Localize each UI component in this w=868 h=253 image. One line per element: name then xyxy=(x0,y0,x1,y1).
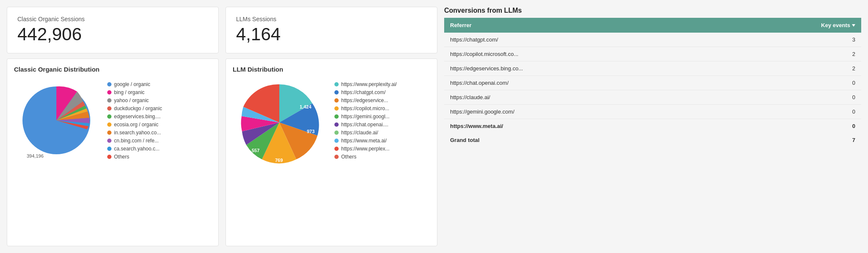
legend-item: duckduckgo / organic xyxy=(107,106,162,111)
llm-sessions-value: 4,164 xyxy=(236,24,427,44)
referrer-cell: https://www.meta.ai/ xyxy=(444,119,715,133)
legend-dot xyxy=(107,98,111,103)
legend-item: https://www.perplex... xyxy=(334,146,397,152)
legend-label: https://www.perplexity.ai/ xyxy=(341,81,397,87)
conversions-panel: Conversions from LLMs Referrer Key event… xyxy=(444,7,861,246)
classic-chart-legend: google / organicbing / organicyahoo / or… xyxy=(107,81,162,160)
legend-item: in.search.yahoo.co... xyxy=(107,130,162,136)
legend-item: https://copilot.micro... xyxy=(334,106,397,111)
legend-item: https://edgeservice... xyxy=(334,97,397,103)
legend-dot xyxy=(334,147,339,151)
legend-label: in.search.yahoo.co... xyxy=(114,130,161,136)
legend-dot xyxy=(334,106,339,111)
legend-label: https://chat.openai.... xyxy=(341,122,388,128)
legend-dot xyxy=(107,82,111,86)
table-row: https://chatgpt.com/3 xyxy=(444,33,861,47)
classic-organic-chart-card: Classic Organic Distribution xyxy=(7,58,219,246)
sort-arrow-icon xyxy=(852,24,855,27)
legend-item: https://chat.openai.... xyxy=(334,122,397,128)
legend-label: bing / organic xyxy=(114,89,145,95)
referrer-cell: https://edgeservices.bing.co... xyxy=(444,61,715,76)
referrer-header: Referrer xyxy=(444,18,715,33)
legend-item: https://www.meta.ai/ xyxy=(334,138,397,144)
legend-dot xyxy=(334,122,339,127)
events-cell: 0 xyxy=(715,76,861,90)
llm-chart-legend: https://www.perplexity.ai/https://chatgp… xyxy=(334,81,397,160)
events-cell: 0 xyxy=(715,105,861,119)
table-row: https://chat.openai.com/0 xyxy=(444,76,861,90)
legend-item: cn.bing.com / refe... xyxy=(107,138,162,144)
legend-item: ecosia.org / organic xyxy=(107,122,162,128)
svg-text:557: 557 xyxy=(252,148,259,153)
legend-label: edgeservices.bing.... xyxy=(114,114,161,120)
classic-pie-chart: 394,196 xyxy=(14,78,99,163)
events-cell: 2 xyxy=(715,47,861,61)
legend-label: cn.bing.com / refe... xyxy=(114,138,159,144)
legend-item: https://chatgpt.com/ xyxy=(334,89,397,95)
events-cell: 0 xyxy=(715,119,861,133)
legend-label: Others xyxy=(341,154,356,160)
legend-label: https://www.meta.ai/ xyxy=(341,138,387,144)
legend-label: Others xyxy=(114,154,129,160)
legend-dot xyxy=(107,122,111,127)
legend-label: ecosia.org / organic xyxy=(114,122,159,128)
classic-organic-label: Classic Organic Sessions xyxy=(17,16,208,22)
legend-dot xyxy=(107,114,111,119)
classic-chart-area: 394,196 google / organicbing / organicya… xyxy=(14,78,211,163)
key-events-header[interactable]: Key events xyxy=(715,18,861,33)
legend-item: bing / organic xyxy=(107,89,162,95)
referrer-cell: https://chatgpt.com/ xyxy=(444,33,715,47)
legend-label: ca.search.yahoo.c... xyxy=(114,146,159,152)
table-row: https://claude.ai/0 xyxy=(444,90,861,105)
legend-item: google / organic xyxy=(107,81,162,87)
legend-dot xyxy=(107,106,111,111)
llm-sessions-stat-card: LLMs Sessions 4,164 xyxy=(225,7,437,53)
legend-label: google / organic xyxy=(114,81,150,87)
classic-pie-label: 394,196 xyxy=(27,153,44,158)
legend-dot xyxy=(107,147,111,151)
legend-label: yahoo / organic xyxy=(114,97,149,103)
legend-dot xyxy=(107,90,111,95)
table-row: https://www.meta.ai/0 xyxy=(444,119,861,133)
table-row: https://edgeservices.bing.co...2 xyxy=(444,61,861,76)
legend-item: https://www.perplexity.ai/ xyxy=(334,81,397,87)
svg-text:769: 769 xyxy=(275,158,283,163)
llm-chart-card: LLM Distribution xyxy=(225,58,437,246)
legend-dot xyxy=(107,139,111,143)
referrer-cell: https://gemini.google.com/ xyxy=(444,105,715,119)
classic-organic-value: 442,906 xyxy=(17,24,208,44)
legend-dot xyxy=(334,82,339,86)
llm-chart-title: LLM Distribution xyxy=(233,66,430,73)
legend-item: edgeservices.bing.... xyxy=(107,114,162,120)
legend-dot xyxy=(334,98,339,103)
legend-dot xyxy=(107,155,111,159)
legend-label: https://www.perplex... xyxy=(341,146,389,152)
legend-label: https://claude.ai/ xyxy=(341,130,378,136)
table-row: https://copilot.microsoft.co...2 xyxy=(444,47,861,61)
llm-sessions-label: LLMs Sessions xyxy=(236,16,427,22)
referrer-cell: https://chat.openai.com/ xyxy=(444,76,715,90)
legend-dot xyxy=(334,90,339,95)
llm-chart-area: 1,424 973 769 557 https://www.perplexity… xyxy=(233,78,430,163)
legend-label: https://chatgpt.com/ xyxy=(341,89,386,95)
referrer-cell: https://claude.ai/ xyxy=(444,90,715,105)
referrer-cell: https://copilot.microsoft.co... xyxy=(444,47,715,61)
legend-item: Others xyxy=(334,154,397,160)
svg-text:1,424: 1,424 xyxy=(300,104,312,109)
events-cell: 3 xyxy=(715,33,861,47)
legend-label: https://edgeservice... xyxy=(341,97,388,103)
legend-dot xyxy=(334,139,339,143)
legend-item: https://gemini.googl... xyxy=(334,114,397,120)
llm-pie-chart: 1,424 973 769 557 xyxy=(233,78,326,163)
legend-item: https://claude.ai/ xyxy=(334,130,397,136)
legend-item: ca.search.yahoo.c... xyxy=(107,146,162,152)
grand-total-label: Grand total xyxy=(444,133,715,147)
table-row: https://gemini.google.com/0 xyxy=(444,105,861,119)
classic-organic-stat-card: Classic Organic Sessions 442,906 xyxy=(7,7,219,53)
classic-chart-title: Classic Organic Distribution xyxy=(14,66,211,73)
events-cell: 2 xyxy=(715,61,861,76)
legend-label: https://gemini.googl... xyxy=(341,114,389,120)
legend-label: duckduckgo / organic xyxy=(114,106,162,111)
grand-total-value: 7 xyxy=(715,133,861,147)
conversions-table: Referrer Key events https://chatgpt.com/… xyxy=(444,18,861,147)
